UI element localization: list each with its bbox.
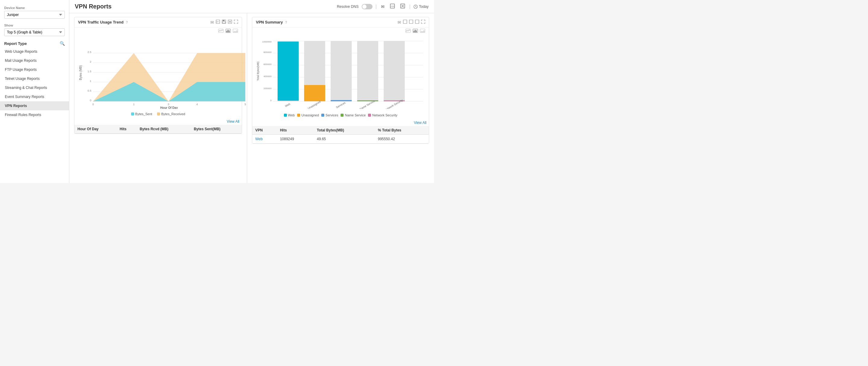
col-total-bytes: Total Bytes(MB) bbox=[314, 126, 375, 135]
svg-rect-73 bbox=[357, 100, 378, 101]
email-icon-button[interactable]: ✉ bbox=[380, 4, 386, 10]
svg-text:0: 0 bbox=[92, 103, 94, 106]
legend-name-service-label: Name Service bbox=[345, 113, 366, 117]
export-summary-icon[interactable] bbox=[415, 20, 419, 25]
report-type-item[interactable]: Web Usage Reports bbox=[0, 47, 69, 56]
summary-area-toggle[interactable] bbox=[420, 29, 425, 34]
svg-rect-74 bbox=[384, 41, 405, 101]
device-name-select[interactable]: Juniper bbox=[4, 11, 65, 19]
export-chart-icon[interactable] bbox=[228, 20, 232, 25]
xls-icon-button[interactable] bbox=[399, 3, 406, 10]
svg-text:Protocol Group: Protocol Group bbox=[336, 109, 358, 109]
summary-line-toggle[interactable] bbox=[405, 29, 411, 34]
legend-web-label: Web bbox=[288, 113, 295, 117]
svg-text:2: 2 bbox=[90, 60, 91, 63]
save-summary-icon[interactable] bbox=[409, 20, 413, 25]
bar-chart-toggle[interactable] bbox=[225, 29, 231, 34]
resolve-dns-toggle[interactable] bbox=[362, 4, 373, 9]
divider2: | bbox=[409, 4, 410, 9]
svg-rect-46 bbox=[415, 20, 419, 24]
line-chart-toggle[interactable] bbox=[218, 29, 224, 34]
svg-text:Services: Services bbox=[336, 101, 346, 109]
col-hits: Hits bbox=[277, 126, 314, 135]
svg-text:Web: Web bbox=[284, 102, 291, 108]
legend-network-security-label: Network Security bbox=[372, 113, 397, 117]
svg-rect-45 bbox=[409, 20, 413, 24]
pdf-summary-icon[interactable] bbox=[403, 20, 407, 25]
legend-unassigned: Unassigned bbox=[297, 113, 319, 117]
svg-text:1000000: 1000000 bbox=[262, 40, 272, 43]
show-select[interactable]: Top 5 (Graph & Table)Top 10Top 20 bbox=[4, 28, 65, 36]
svg-text:0.5: 0.5 bbox=[87, 89, 91, 92]
svg-text:2.5: 2.5 bbox=[87, 51, 91, 54]
svg-text:Unassigned: Unassigned bbox=[307, 100, 321, 109]
main-content: VPN Reports Resolve DNS | ✉ PDF bbox=[69, 0, 434, 183]
vpn-summary-header: VPN Summary ? ✉ bbox=[252, 17, 429, 27]
vpn-link[interactable]: Web bbox=[255, 137, 262, 141]
summary-bar-toggle[interactable] bbox=[412, 29, 418, 34]
svg-line-7 bbox=[415, 7, 416, 7]
svg-rect-50 bbox=[415, 30, 415, 32]
report-type-item[interactable]: VPN Reports bbox=[0, 101, 69, 110]
top-bar: VPN Reports Resolve DNS | ✉ PDF bbox=[69, 0, 434, 13]
svg-rect-44 bbox=[403, 20, 407, 24]
report-type-item[interactable]: Firewall Rules Reports bbox=[0, 110, 69, 119]
table-cell-vpn: Web bbox=[252, 135, 277, 144]
area-chart-toggle[interactable] bbox=[233, 29, 238, 34]
legend-bytes-sent: Bytes_Sent bbox=[131, 112, 152, 116]
vpn-summary-view-all[interactable]: View All bbox=[252, 119, 429, 126]
right-chart-panel: VPN Summary ? ✉ bbox=[247, 13, 434, 183]
legend-services-dot bbox=[321, 114, 324, 117]
svg-rect-67 bbox=[278, 41, 299, 101]
today-label: Today bbox=[419, 4, 429, 9]
col-pct-total: % Total Bytes bbox=[375, 126, 429, 135]
expand-chart-icon[interactable] bbox=[234, 20, 238, 25]
report-type-item[interactable]: Streaming & Chat Reports bbox=[0, 83, 69, 92]
legend-services-label: Services bbox=[326, 113, 338, 117]
vpn-summary-title-group: VPN Summary ? bbox=[256, 20, 287, 24]
svg-text:800000: 800000 bbox=[264, 51, 272, 54]
svg-text:Total Bytes(MB): Total Bytes(MB) bbox=[256, 61, 259, 81]
table-cell-hits: 1089249 bbox=[277, 135, 314, 144]
vpn-summary-help[interactable]: ? bbox=[285, 21, 287, 24]
sidebar: Device Name Juniper Show Top 5 (Graph & … bbox=[0, 0, 69, 183]
vpn-traffic-view-all[interactable]: View All bbox=[74, 118, 242, 125]
legend-network-security: Network Security bbox=[368, 113, 397, 117]
svg-rect-51 bbox=[416, 30, 417, 32]
vpn-summary-chart: Total Bytes(MB) 0 200000 400000 600000 8… bbox=[252, 34, 429, 112]
col-bytes-rcvd: Bytes Rcvd (MB) bbox=[136, 125, 190, 133]
svg-text:0: 0 bbox=[270, 99, 272, 102]
report-type-item[interactable]: Event Summary Reports bbox=[0, 92, 69, 101]
report-type-search-button[interactable]: 🔍 bbox=[60, 41, 65, 46]
vpn-summary-icons: ✉ bbox=[398, 20, 425, 25]
col-bytes-sent: Bytes Sent(MB) bbox=[191, 125, 242, 133]
divider1: | bbox=[375, 4, 377, 9]
legend-unassigned-dot bbox=[297, 114, 300, 117]
svg-text:200000: 200000 bbox=[264, 87, 272, 90]
vpn-summary-legend: Web Unassigned Services Name Servic bbox=[252, 112, 429, 119]
email-chart-icon[interactable]: ✉ bbox=[210, 20, 214, 25]
save-chart-icon[interactable] bbox=[222, 20, 226, 25]
report-type-item[interactable]: FTP Usage Reports bbox=[0, 65, 69, 74]
legend-bytes-received-dot bbox=[157, 113, 160, 116]
today-button[interactable]: Today bbox=[413, 4, 429, 9]
svg-text:1.5: 1.5 bbox=[87, 70, 91, 73]
vpn-traffic-table: Hour Of Day Hits Bytes Rcvd (MB) Bytes S… bbox=[74, 125, 242, 133]
pdf-icon-button[interactable]: PDF bbox=[389, 3, 396, 10]
vpn-summary-title: VPN Summary bbox=[256, 20, 283, 24]
report-type-list: Web Usage ReportsMail Usage ReportsFTP U… bbox=[0, 47, 69, 179]
expand-summary-icon[interactable] bbox=[421, 20, 425, 25]
email-summary-icon[interactable]: ✉ bbox=[398, 20, 401, 25]
svg-text:600000: 600000 bbox=[264, 63, 272, 66]
pdf-chart-icon[interactable]: pdf bbox=[216, 20, 220, 25]
svg-rect-70 bbox=[331, 41, 352, 101]
svg-rect-20 bbox=[229, 30, 230, 32]
vpn-traffic-help[interactable]: ? bbox=[126, 21, 128, 24]
report-type-item[interactable]: Telnet Usage Reports bbox=[0, 74, 69, 83]
col-vpn: VPN bbox=[252, 126, 277, 135]
left-chart-panel: VPN Traffic Usage Trend ? ✉ pdf bbox=[69, 13, 247, 183]
top-bar-controls: Resolve DNS | ✉ PDF | bbox=[337, 3, 429, 10]
svg-rect-49 bbox=[413, 31, 414, 32]
report-type-item[interactable]: Mail Usage Reports bbox=[0, 56, 69, 65]
vpn-traffic-header: VPN Traffic Usage Trend ? ✉ pdf bbox=[74, 17, 242, 27]
